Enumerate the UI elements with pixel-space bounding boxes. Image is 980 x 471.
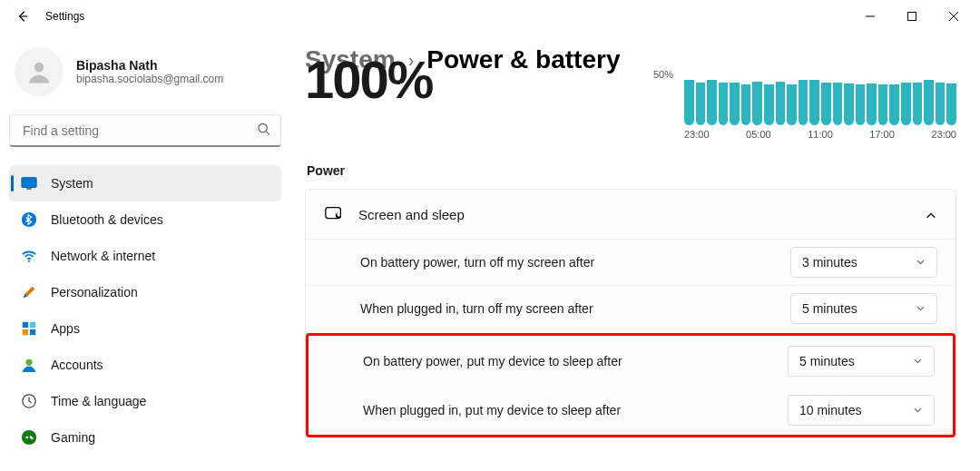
chart-bar [946, 83, 956, 125]
chart-bar [856, 84, 866, 125]
main-panel: System › Power & battery 100% 50% 23:000… [290, 33, 980, 471]
nav-label: Network & internet [51, 249, 155, 263]
chart-bar [684, 80, 694, 125]
chart-bar [889, 84, 899, 125]
chart-x-tick: 11:00 [808, 129, 833, 140]
svg-point-5 [259, 123, 267, 132]
person-icon [25, 58, 53, 85]
setting-label: On battery power, turn off my screen aft… [360, 255, 594, 270]
battery-history-chart[interactable]: 50% 23:0005:0011:0017:0023:00 [684, 74, 956, 147]
screen-sleep-card: Screen and sleep On battery power, turn … [305, 189, 956, 438]
chart-bar [719, 83, 729, 125]
setting-screen-plugged: When plugged in, turn off my screen afte… [306, 285, 956, 331]
minimize-button[interactable] [849, 3, 891, 30]
chart-bar [878, 84, 888, 125]
annotation-highlight-box: On battery power, put my device to sleep… [306, 333, 956, 437]
svg-point-11 [28, 260, 30, 262]
chart-bar [707, 80, 717, 125]
nav-item-accounts[interactable]: Accounts [9, 347, 281, 383]
svg-point-16 [25, 359, 32, 366]
nav-item-system[interactable]: System [9, 165, 281, 201]
chart-bar [844, 83, 854, 125]
chart-bar [924, 80, 934, 125]
chart-bar [764, 84, 774, 125]
chart-x-tick: 23:00 [931, 129, 956, 140]
chart-y-label: 50% [653, 69, 673, 80]
chart-bar [799, 80, 808, 125]
chart-bar [833, 83, 843, 125]
chart-x-tick: 23:00 [684, 129, 710, 140]
close-icon [949, 12, 958, 21]
chevron-down-icon [913, 354, 923, 368]
apps-icon [20, 319, 38, 338]
nav-item-bluetooth[interactable]: Bluetooth & devices [9, 201, 281, 238]
svg-rect-15 [30, 329, 35, 335]
close-button[interactable] [933, 3, 975, 30]
chart-x-tick: 17:00 [869, 129, 895, 140]
screen-sleep-icon [324, 204, 344, 224]
nav-item-network[interactable]: Network & internet [9, 238, 281, 274]
svg-point-4 [34, 63, 44, 73]
nav-label: Personalization [51, 285, 138, 299]
wifi-icon [20, 247, 38, 265]
profile-block[interactable]: Bipasha Nath bipasha.sociolabs@gmail.com [9, 42, 281, 109]
search-input[interactable] [9, 114, 281, 147]
chart-bar [901, 83, 911, 125]
chart-bar [809, 80, 819, 125]
dropdown-sleep-plugged[interactable]: 10 minutes [788, 395, 935, 426]
sidebar: Bipasha Nath bipasha.sociolabs@gmail.com… [0, 33, 290, 471]
setting-sleep-battery: On battery power, put my device to sleep… [309, 337, 953, 386]
chevron-down-icon [913, 403, 923, 417]
gamepad-icon [20, 428, 38, 446]
chart-bar [787, 84, 797, 125]
search-icon [257, 123, 270, 140]
chart-bar [752, 82, 762, 125]
section-title-power: Power [307, 163, 956, 178]
svg-line-6 [266, 132, 270, 135]
nav-label: Apps [51, 321, 80, 336]
chart-bar [936, 83, 946, 125]
svg-rect-1 [908, 13, 916, 21]
svg-rect-9 [26, 188, 31, 189]
chart-bar [696, 83, 706, 125]
dropdown-screen-battery[interactable]: 3 minutes [790, 247, 937, 278]
screen-sleep-expander[interactable]: Screen and sleep [306, 190, 956, 239]
maximize-icon [907, 12, 916, 21]
setting-label: On battery power, put my device to sleep… [363, 354, 622, 368]
back-button[interactable] [11, 5, 34, 28]
svg-rect-7 [22, 178, 36, 188]
clock-globe-icon [20, 392, 38, 410]
chart-bar [913, 83, 923, 125]
chart-bar [776, 82, 786, 125]
nav-item-personalization[interactable]: Personalization [9, 274, 281, 310]
chart-bar [730, 83, 740, 125]
nav-item-gaming[interactable]: Gaming [9, 419, 281, 456]
maximize-button[interactable] [891, 3, 933, 30]
profile-email: bipasha.sociolabs@gmail.com [76, 73, 223, 85]
chevron-up-icon [925, 206, 937, 222]
nav-label: Bluetooth & devices [51, 212, 163, 227]
setting-sleep-plugged: When plugged in, put my device to sleep … [309, 386, 953, 435]
minimize-icon [866, 12, 875, 21]
setting-label: When plugged in, turn off my screen afte… [360, 301, 593, 316]
avatar [15, 47, 64, 96]
titlebar: Settings [0, 0, 980, 33]
dropdown-screen-plugged[interactable]: 5 minutes [790, 293, 937, 324]
svg-point-18 [22, 430, 36, 445]
nav-label: Accounts [51, 358, 103, 372]
setting-screen-battery: On battery power, turn off my screen aft… [306, 239, 956, 285]
dropdown-sleep-battery[interactable]: 5 minutes [788, 346, 935, 377]
card-title: Screen and sleep [358, 207, 465, 222]
account-icon [20, 356, 38, 374]
nav-item-time-language[interactable]: Time & language [9, 383, 281, 419]
nav-label: System [51, 176, 93, 191]
chart-bar [741, 84, 751, 125]
svg-rect-14 [23, 329, 28, 335]
nav-item-apps[interactable]: Apps [9, 310, 281, 347]
svg-rect-13 [30, 322, 35, 328]
window-title: Settings [45, 10, 84, 23]
bluetooth-icon [20, 211, 38, 229]
chevron-down-icon [916, 255, 926, 270]
chart-bar [867, 83, 877, 125]
nav-label: Gaming [51, 430, 95, 445]
